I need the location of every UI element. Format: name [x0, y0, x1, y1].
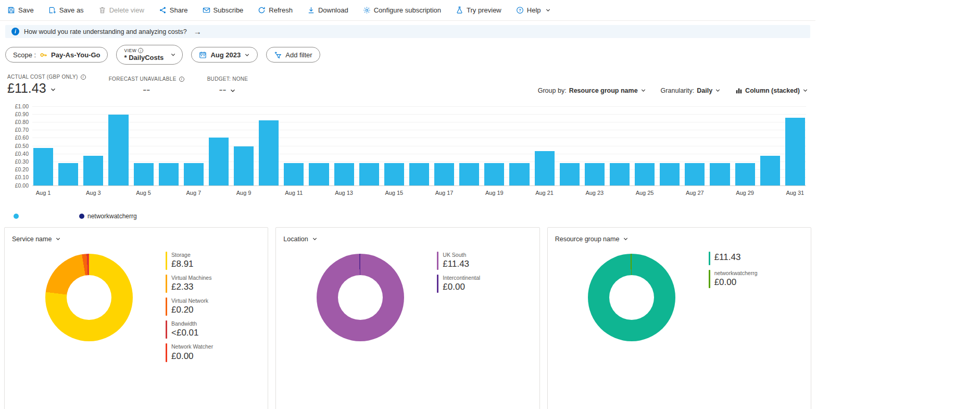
bar-aug-2[interactable]	[58, 163, 78, 185]
x-tick-label: Aug 1	[33, 190, 53, 196]
donut-panel-title-service-name[interactable]: Service name	[12, 236, 61, 243]
toolbar-save-button[interactable]: Save	[6, 4, 35, 16]
toolbar-label: Help	[527, 6, 541, 14]
kpi-budget[interactable]: BUDGET: NONE --	[207, 76, 248, 95]
bar-aug-18[interactable]	[459, 163, 479, 185]
bar-aug-22[interactable]	[560, 163, 580, 185]
legend-label: networkwatcherrg	[87, 213, 137, 220]
bar-aug-16[interactable]	[409, 163, 429, 185]
bar-aug-20[interactable]	[509, 163, 529, 185]
donut-legend-item-intercontinental[interactable]: Intercontinental£0.00	[437, 275, 480, 293]
bar-aug-19[interactable]	[484, 163, 504, 185]
daily-cost-bar-chart: £1.00£0.90£0.80£0.70£0.60£0.50£0.40£0.30…	[6, 104, 809, 201]
toolbar-share-button[interactable]: Share	[158, 4, 189, 16]
bar-aug-14[interactable]	[359, 163, 379, 185]
bar-aug-11[interactable]	[284, 163, 304, 185]
toolbar-subscribe-button[interactable]: Subscribe	[202, 4, 245, 16]
legend-value: £11.43	[443, 258, 469, 270]
x-tick-label	[159, 190, 179, 196]
donut-chart-resource-group-name[interactable]	[588, 254, 675, 341]
view-pill[interactable]: VIEW i * DailyCosts	[116, 45, 183, 65]
toolbar-delete-view-button: Delete view	[97, 4, 145, 16]
donut-hole	[67, 275, 111, 320]
chevron-down-icon[interactable]	[230, 88, 236, 94]
bar-aug-21[interactable]	[535, 151, 555, 185]
panel-title: Service name	[12, 236, 52, 243]
bar-aug-10[interactable]	[259, 120, 279, 185]
x-tick-label	[409, 190, 429, 196]
toolbar-try-preview-button[interactable]: Try preview	[455, 4, 502, 16]
donut-panel-title-location[interactable]: Location	[283, 236, 317, 243]
bar-aug-12[interactable]	[309, 163, 329, 185]
toolbar-download-button[interactable]: Download	[306, 4, 349, 16]
donut-legend-item-network-watcher[interactable]: Network Watcher£0.00	[166, 343, 213, 362]
donut-hole	[609, 275, 654, 320]
bar-aug-25[interactable]	[635, 163, 655, 185]
toolbar-help-button[interactable]: ?Help	[515, 4, 552, 16]
toolbar-save-as-button[interactable]: Save as	[47, 4, 85, 16]
legend-value: £0.00	[171, 351, 213, 362]
donut-legend-item-storage[interactable]: Storage£8.91	[166, 252, 213, 270]
donut-panel-title-resource-group-name[interactable]: Resource group name	[555, 236, 629, 243]
bar-aug-6[interactable]	[159, 163, 179, 185]
bar-aug-15[interactable]	[384, 163, 404, 185]
toolbar-refresh-button[interactable]: Refresh	[257, 4, 294, 16]
donut-legend-item-virtual-machines[interactable]: Virtual Machines£2.33	[166, 275, 213, 293]
group-by-dropdown[interactable]: Group by: Resource group name	[538, 87, 646, 94]
bar-aug-8[interactable]	[209, 138, 229, 185]
x-tick-label	[660, 190, 680, 196]
legend-item-item[interactable]	[14, 214, 22, 219]
info-icon: i	[11, 28, 19, 35]
donut-legend-item-networkwatcherrg[interactable]: networkwatcherrg£0.00	[709, 270, 758, 288]
granularity-dropdown[interactable]: Granularity: Daily	[661, 87, 721, 94]
bar-aug-3[interactable]	[83, 156, 103, 185]
bar-aug-23[interactable]	[585, 163, 605, 185]
bar-aug-1[interactable]	[33, 148, 53, 185]
help-icon: ?	[516, 6, 524, 14]
bar-aug-26[interactable]	[660, 163, 680, 185]
bar-aug-17[interactable]	[434, 163, 454, 185]
donut-legend-item-virtual-network[interactable]: Virtual Network£0.20	[166, 298, 213, 316]
chart-type-dropdown[interactable]: Column (stacked)	[735, 87, 808, 94]
donut-chart-location[interactable]	[317, 254, 404, 341]
y-tick-label: £0.50	[15, 143, 29, 149]
banner-arrow-icon[interactable]: →	[194, 28, 202, 35]
calendar-icon	[199, 51, 207, 59]
y-tick-label: £0.40	[15, 151, 29, 157]
chevron-down-icon	[244, 52, 250, 58]
donut-legend-item-uk-south[interactable]: UK South£11.43	[437, 252, 480, 270]
chevron-down-icon	[623, 236, 629, 242]
legend-label: Virtual Network	[171, 298, 208, 304]
add-filter-pill[interactable]: Add filter	[266, 47, 320, 63]
bar-aug-9[interactable]	[234, 146, 254, 185]
toolbar-configure-subscription-button[interactable]: Configure subscription	[362, 4, 442, 16]
donut-legend-item-item[interactable]: £11.43	[709, 252, 758, 265]
donut-chart-service-name[interactable]	[45, 254, 133, 341]
bar-aug-30[interactable]	[760, 156, 780, 185]
bar-aug-5[interactable]	[134, 163, 154, 185]
legend-item-networkwatcherrg[interactable]: networkwatcherrg	[79, 213, 137, 220]
toolbar-label: Save	[18, 6, 34, 14]
kpi-row: ACTUAL COST (GBP ONLY) i £11.43 FORECAST…	[7, 74, 808, 96]
toolbar-label: Download	[318, 6, 348, 14]
bar-aug-31[interactable]	[785, 118, 805, 185]
scope-pill[interactable]: Scope : Pay-As-You-Go	[5, 47, 108, 63]
kpi-actual-cost[interactable]: ACTUAL COST (GBP ONLY) i £11.43	[7, 74, 86, 96]
bar-aug-28[interactable]	[710, 163, 730, 185]
x-tick-label	[760, 190, 780, 196]
bar-aug-13[interactable]	[334, 163, 354, 185]
date-pill[interactable]: Aug 2023	[191, 47, 258, 63]
x-tick-label	[710, 190, 730, 196]
legend-label: Intercontinental	[443, 275, 480, 281]
bar-aug-24[interactable]	[610, 163, 630, 185]
legend-value: £2.33	[171, 281, 211, 293]
donut-legend-item-bandwidth[interactable]: Bandwidth<£0.01	[166, 320, 213, 339]
granularity-value: Daily	[697, 87, 712, 94]
chevron-down-icon[interactable]	[50, 86, 56, 93]
info-banner[interactable]: i How would you rate understanding and a…	[5, 25, 810, 38]
bar-aug-7[interactable]	[184, 163, 204, 185]
chart-controls: Group by: Resource group name Granularit…	[538, 87, 808, 96]
bar-aug-4[interactable]	[108, 115, 128, 185]
bar-aug-29[interactable]	[735, 163, 755, 185]
bar-aug-27[interactable]	[685, 163, 705, 185]
